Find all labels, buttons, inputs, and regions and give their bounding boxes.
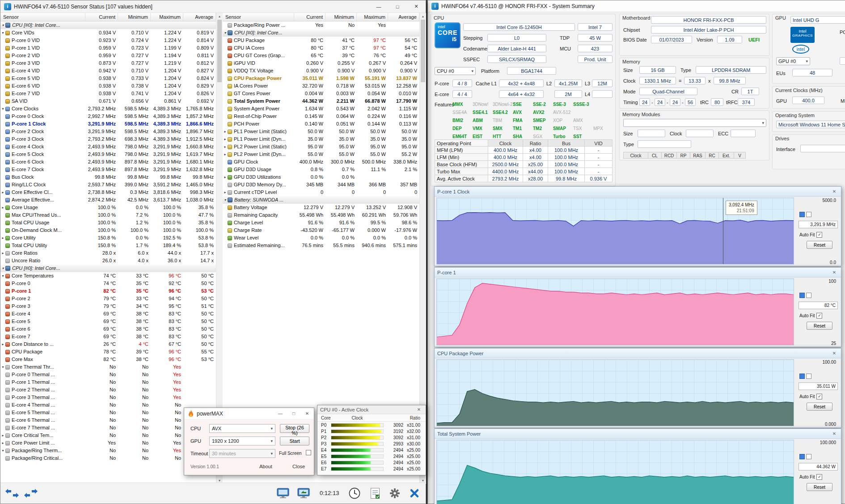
chevron-right-icon[interactable]: ▸ — [223, 143, 228, 151]
graph-close-icon[interactable]: ✕ — [830, 351, 838, 356]
sensor-row[interactable]: ▸PL2 Power Limit (Dyn...55.0 W55.0 W55.0… — [223, 151, 419, 158]
graph-titlebar[interactable]: P-core 1 Clock✕ — [435, 187, 841, 197]
minimize-button[interactable]: — — [274, 408, 287, 419]
scroll-up-icon[interactable]: ▲ — [420, 13, 426, 20]
sensor-row[interactable]: P-core 0 VID0.923 V0.724 V1.224 V0.814 V — [0, 37, 216, 44]
sensor-row[interactable]: CPU GT Cores (Grap...65 °C39 °C76 °C49 °… — [223, 52, 419, 59]
chevron-down-icon[interactable]: ▾ — [0, 105, 5, 113]
sensor-row[interactable]: VDDQ TX Voltage0.900 V0.900 V0.900 V0.90… — [223, 67, 419, 75]
maximize-button[interactable]: □ — [287, 408, 300, 419]
sensor-row[interactable]: System Agent Power1.634 W0.543 W2.042 W1… — [223, 105, 419, 113]
sensor-row[interactable]: E-core 4 Clock2,493.9 MHz798.0 MHz3,291.… — [0, 143, 216, 151]
scroll-columns-right-button[interactable] — [22, 485, 40, 501]
sensor-row[interactable]: P-core 3 VID0.873 V0.727 V1.219 V0.812 V — [0, 59, 216, 67]
graph-titlebar[interactable]: Total System Power✕ — [435, 429, 841, 439]
sensor-row[interactable]: P-core 3 Clock2,793.2 MHz698.3 MHz4,389.… — [0, 135, 216, 143]
sensor-row[interactable]: P-core 074 °C35 °C92 °C50 °C — [0, 280, 216, 287]
close-button[interactable]: ✕ — [300, 408, 314, 419]
sensor-row[interactable]: CPU Package Power35.011 W1.598 W55.191 W… — [223, 75, 419, 82]
cpu-stress-stop-button[interactable]: Stop (26 %) — [280, 424, 309, 433]
sensor-row[interactable]: Remaining Capacity55.498 Wh55.498 Wh60.2… — [223, 211, 419, 219]
sensor-row[interactable]: ▾CPU [#0]: Intel Core... — [0, 265, 216, 272]
sensor-row[interactable]: Ring/LLC Clock2,593.7 MHz399.0 MHz3,591.… — [0, 181, 216, 189]
powermax-close-button[interactable]: Close — [292, 464, 305, 469]
sensor-row[interactable]: ▸PL1 Power Limit (Static)50.0 W50.0 W50.… — [223, 128, 419, 135]
graph-option-checkbox[interactable] — [806, 454, 811, 459]
sensor-row[interactable]: E-core 7 Clock2,493.9 MHz897.8 MHz3,291.… — [0, 166, 216, 173]
sensor-row[interactable]: Total System Power44.362 W2.211 W66.878 … — [223, 97, 419, 105]
active-clock-titlebar[interactable]: CPU #0 - Active Clock ✕ — [317, 405, 426, 414]
sensor-row[interactable]: Wear Level0.0 %0.0 %0.0 %0.0 % — [223, 234, 419, 242]
column-header[interactable]: Current — [85, 13, 118, 21]
graph-color-swatch[interactable] — [799, 212, 805, 217]
sensor-row[interactable]: ▾Core Temperatures74 °C33 °C96 °C50 °C — [0, 272, 216, 280]
clock-button[interactable] — [346, 485, 363, 501]
sensor-row[interactable]: ▸GPU D3D Utilizations0.0 %0.0 % — [223, 173, 419, 181]
sensor-row[interactable]: PCH Power0.140 W0.051 W0.144 W0.113 W — [223, 120, 419, 128]
about-button[interactable]: About — [259, 464, 272, 469]
chevron-right-icon[interactable]: ▸ — [0, 432, 5, 439]
report-button[interactable] — [366, 485, 384, 501]
graph-reset-button[interactable]: Reset — [807, 403, 832, 411]
close-button[interactable]: ✕ — [407, 0, 426, 13]
chevron-right-icon[interactable]: ▸ — [223, 135, 228, 143]
chevron-right-icon[interactable]: ▸ — [0, 234, 5, 242]
graph-option-checkbox[interactable] — [806, 212, 811, 217]
powermax-titlebar[interactable]: powerMAX — □ ✕ — [184, 408, 314, 420]
chevron-down-icon[interactable]: ▾ — [0, 363, 5, 371]
graph-titlebar[interactable]: CPU Package Power✕ — [435, 349, 841, 358]
sensor-row[interactable]: E-core 7 VID0.938 V0.741 V1.204 V0.826 V — [0, 90, 216, 97]
sensor-row[interactable]: P-core 2 Clock3,291.9 MHz598.5 MHz4,389.… — [0, 128, 216, 135]
sensor-row[interactable]: IA Cores Power32.720 W0.718 W53.015 W12.… — [223, 82, 419, 90]
column-header[interactable]: Average — [388, 13, 419, 21]
sensor-row[interactable]: E-core 669 °C38 °C83 °C50 °C — [0, 325, 216, 333]
gpu-stress-start-button[interactable]: Start — [280, 437, 309, 445]
sensor-row[interactable]: ▾Battery: SUNWODA ... — [223, 196, 419, 204]
sensor-row[interactable]: E-core 5 VID0.938 V0.733 V1.204 V0.824 V — [0, 75, 216, 82]
sensor-row[interactable]: E-core 469 °C38 °C83 °C50 °C — [0, 310, 216, 318]
sensor-row[interactable]: P-core 1 Clock3,291.9 MHz598.5 MHz4,389.… — [0, 120, 216, 128]
sensor-window-titlebar[interactable]: i HWiNFO64 v7.46-5110 Sensor Status [107… — [0, 0, 426, 13]
sensor-row[interactable]: ▾Core Clocks2,793.2 MHz598.5 MHz4,389.3 … — [0, 105, 216, 113]
sensor-row[interactable]: Estimated Remaining...76.5 mins55.5 mins… — [223, 242, 419, 249]
sensor-row[interactable]: E-core 5 Clock2,493.9 MHz798.0 MHz3,291.… — [0, 151, 216, 158]
graph-close-icon[interactable]: ✕ — [830, 270, 838, 275]
chevron-right-icon[interactable]: ▸ — [223, 189, 228, 196]
sensor-row[interactable]: E-core 6 Clock2,493.9 MHz897.8 MHz3,291.… — [0, 158, 216, 166]
scroll-columns-left-button[interactable] — [3, 485, 21, 501]
sensor-row[interactable]: P-core 0 Clock2,992.7 MHz598.5 MHz4,389.… — [0, 113, 216, 120]
sensor-row[interactable]: SA VID0.671 V0.656 V0.861 V0.692 V — [0, 97, 216, 105]
chevron-right-icon[interactable]: ▸ — [0, 204, 5, 211]
minimize-button[interactable]: — — [369, 0, 388, 13]
sensor-row[interactable]: Charge Level91.6 %91.6 %99.5 %98.6 % — [223, 219, 419, 227]
sensor-row[interactable]: Battery Voltage12.279 V12.279 V13.252 V1… — [223, 204, 419, 211]
sensor-row[interactable]: ▸Core Utility150.8 %0.0 %192.5 %53.8 % — [0, 234, 216, 242]
cpu-load-type-dropdown[interactable]: AVX ▾ — [209, 424, 275, 433]
chevron-right-icon[interactable]: ▸ — [0, 439, 5, 447]
sensor-row[interactable]: P-core 1 Thermal ...NoNoYes — [0, 378, 216, 386]
sensor-row[interactable]: P-core 0 Thermal ...NoNoYes — [0, 371, 216, 378]
sensor-row[interactable]: E-core 4 VID0.942 V0.710 V1.204 V0.827 V — [0, 67, 216, 75]
sensor-row[interactable]: CPU Package80 °C41 °C97 °C56 °C — [223, 37, 419, 44]
settings-gear-button[interactable] — [386, 485, 404, 501]
sensor-row[interactable]: iGPU VID0.260 V0.255 V0.267 V0.264 V — [223, 59, 419, 67]
sensor-row[interactable]: ▸Core Effective Cl...2,738.8 MHz0.3 MHz3… — [0, 189, 216, 196]
column-header-sensor[interactable]: Sensor — [0, 13, 85, 21]
sensor-row[interactable]: ▾Core VIDs0.934 V0.710 V1.224 V0.819 V — [0, 29, 216, 37]
sensor-row[interactable]: Core Max82 °C38 °C96 °C53 °C — [0, 356, 216, 363]
sensor-row[interactable]: Package/Ring Power ...YesNoYes — [223, 21, 419, 29]
graph-reset-button[interactable]: Reset — [807, 241, 832, 249]
sensor-row[interactable]: ▾CPU [#0]: Intel Core... — [0, 21, 216, 29]
graph-close-icon[interactable]: ✕ — [830, 431, 838, 436]
autofit-checkbox[interactable]: ✓ — [816, 313, 822, 319]
remote-monitor-button[interactable] — [274, 485, 292, 501]
chevron-right-icon[interactable]: ▸ — [0, 189, 5, 196]
sensor-row[interactable]: GPU Clock400.0 MHz300.0 MHz500.0 MHz338.… — [223, 158, 419, 166]
sensor-row[interactable]: P-core 182 °C35 °C96 °C53 °C — [0, 287, 216, 295]
sensor-row[interactable]: CPU IA Cores80 °C37 °C97 °C54 °C — [223, 44, 419, 52]
sensor-row[interactable]: P-core 2 Thermal ...NoNoYes — [0, 386, 216, 394]
sensor-row[interactable]: E-core 769 °C38 °C83 °C50 °C — [0, 333, 216, 340]
column-header[interactable]: Maximum — [151, 13, 183, 21]
scrollbar-thumb[interactable] — [421, 20, 425, 82]
sensor-row[interactable]: P-core 3 Thermal ...NoNoYes — [0, 394, 216, 401]
